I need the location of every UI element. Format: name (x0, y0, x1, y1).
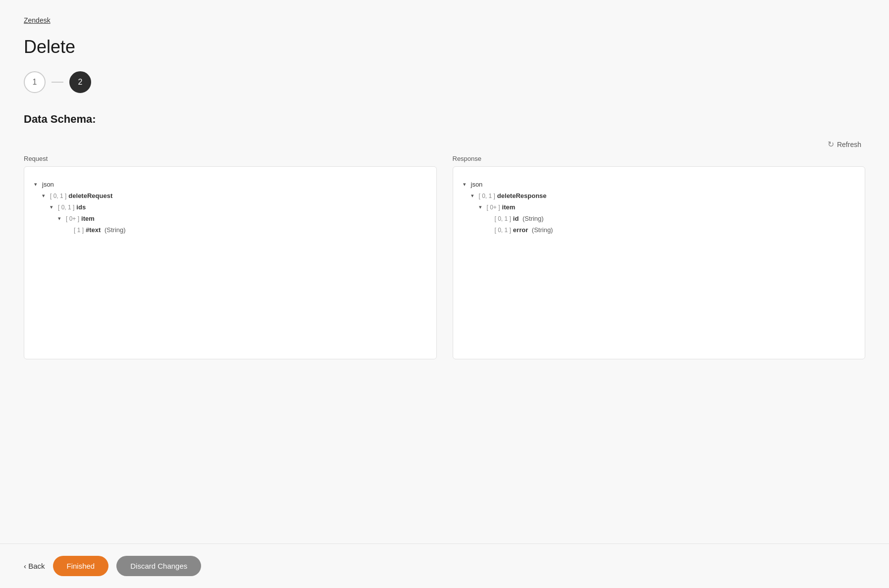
resp-tree-item-4: [ 0, 1 ] error (String) (487, 224, 855, 236)
request-panel: Request ▾ json ▾ [ 0, 1 ] deleteRequest … (24, 155, 437, 359)
resp-tree-item-0: ▾ json (463, 179, 855, 190)
section-title: Data Schema: (24, 113, 865, 126)
step-2[interactable]: 2 (69, 71, 91, 93)
resp-tree-item-1: ▾ [ 0, 1 ] deleteResponse (471, 190, 855, 201)
req-tree-item-2: ▾ [ 0, 1 ] ids (50, 201, 426, 213)
refresh-icon: ↻ (828, 140, 834, 149)
refresh-row: ↻ Refresh (24, 138, 865, 151)
stepper: 1 2 (24, 71, 865, 93)
req-tree-item-4: [ 1 ] #text (String) (66, 224, 426, 236)
response-schema-box: ▾ json ▾ [ 0, 1 ] deleteResponse ▾ [ 0+ … (453, 166, 866, 359)
response-label: Response (453, 155, 866, 162)
schema-row: Request ▾ json ▾ [ 0, 1 ] deleteRequest … (24, 155, 865, 359)
discard-changes-button[interactable]: Discard Changes (116, 556, 201, 576)
breadcrumb-link[interactable]: Zendesk (24, 16, 51, 24)
finished-button[interactable]: Finished (53, 556, 109, 576)
req-tree-item-3: ▾ [ 0+ ] item (58, 213, 426, 224)
footer: ‹ Back Finished Discard Changes (0, 543, 889, 588)
back-button[interactable]: ‹ Back (24, 562, 45, 570)
refresh-button[interactable]: ↻ Refresh (824, 138, 865, 151)
page-title: Delete (24, 37, 865, 57)
step-1[interactable]: 1 (24, 71, 46, 93)
request-schema-box: ▾ json ▾ [ 0, 1 ] deleteRequest ▾ [ 0, 1… (24, 166, 437, 359)
resp-tree-item-3: [ 0, 1 ] id (String) (487, 213, 855, 224)
req-tree-item-1: ▾ [ 0, 1 ] deleteRequest (42, 190, 426, 201)
breadcrumb: Zendesk (24, 16, 865, 25)
resp-tree-item-2: ▾ [ 0+ ] item (479, 201, 855, 213)
step-connector (52, 82, 63, 83)
request-label: Request (24, 155, 437, 162)
response-panel: Response ▾ json ▾ [ 0, 1 ] deleteRespons… (453, 155, 866, 359)
req-tree-item-0: ▾ json (34, 179, 426, 190)
